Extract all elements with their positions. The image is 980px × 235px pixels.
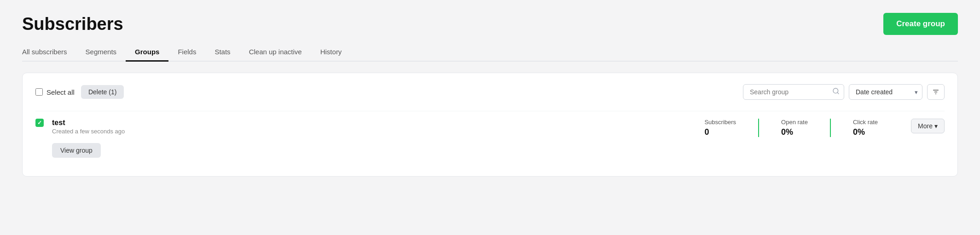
delete-button[interactable]: Delete (1)	[81, 85, 124, 99]
content-card: Select all Delete (1) Date cre	[22, 73, 958, 177]
search-input[interactable]	[743, 84, 844, 100]
tab-history[interactable]: History	[311, 43, 351, 62]
sort-select[interactable]: Date created Name Subscribers	[849, 84, 922, 100]
sort-select-wrapper: Date created Name Subscribers ▾	[849, 84, 922, 100]
group-created-date: Created a few seconds ago	[52, 128, 125, 135]
group-checkbox[interactable]	[35, 119, 44, 127]
create-group-button[interactable]: Create group	[883, 13, 958, 35]
stat-open-rate: Open rate 0%	[758, 119, 830, 137]
tab-stats[interactable]: Stats	[205, 43, 239, 62]
more-button[interactable]: More ▾	[911, 119, 945, 133]
stat-click-rate: Click rate 0%	[830, 119, 900, 137]
table-row: test Created a few seconds ago View grou…	[35, 111, 945, 165]
stat-subscribers-label: Subscribers	[704, 119, 736, 126]
select-all-label: Select all	[46, 88, 75, 96]
nav-tabs: All subscribers Segments Groups Fields S…	[22, 43, 958, 62]
stat-open-rate-label: Open rate	[781, 119, 808, 126]
page-title: Subscribers	[22, 14, 123, 34]
tab-all-subscribers[interactable]: All subscribers	[22, 43, 76, 62]
stat-click-rate-label: Click rate	[853, 119, 878, 126]
select-all-checkbox[interactable]	[35, 88, 43, 96]
more-btn-wrapper: More ▾	[911, 119, 945, 133]
select-all-wrapper: Select all	[35, 88, 75, 96]
stat-click-rate-value: 0%	[853, 127, 878, 137]
toolbar: Select all Delete (1) Date cre	[35, 84, 945, 100]
search-wrapper	[743, 84, 844, 100]
stat-open-rate-value: 0%	[781, 127, 808, 137]
filter-icon	[932, 88, 939, 96]
tab-groups[interactable]: Groups	[126, 43, 168, 62]
view-group-button[interactable]: View group	[52, 143, 101, 158]
group-left: test Created a few seconds ago View grou…	[35, 119, 125, 158]
chevron-down-icon: ▾	[934, 122, 938, 130]
toolbar-left: Select all Delete (1)	[35, 85, 124, 99]
group-name: test	[52, 119, 65, 127]
group-stats: Subscribers 0 Open rate 0% Click rate 0%	[704, 119, 900, 137]
tab-segments[interactable]: Segments	[76, 43, 126, 62]
stat-subscribers-value: 0	[704, 127, 736, 137]
filter-button[interactable]	[927, 84, 945, 100]
tab-clean-up-inactive[interactable]: Clean up inactive	[240, 43, 311, 62]
tab-fields[interactable]: Fields	[168, 43, 205, 62]
stat-subscribers: Subscribers 0	[704, 119, 758, 137]
more-label: More	[918, 122, 933, 130]
toolbar-right: Date created Name Subscribers ▾	[743, 84, 945, 100]
